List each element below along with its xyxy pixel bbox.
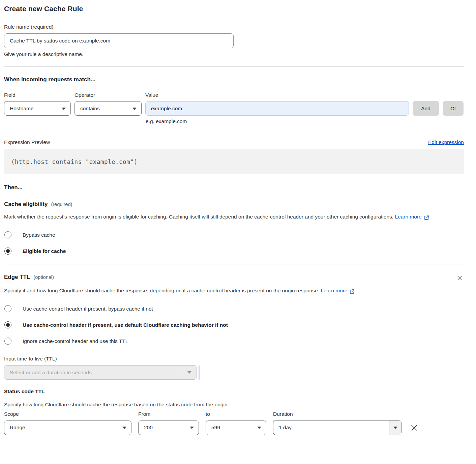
chevron-down-icon xyxy=(393,427,397,429)
from-select[interactable]: 200 xyxy=(138,420,199,435)
value-input[interactable] xyxy=(145,101,409,116)
operator-select[interactable]: contains xyxy=(75,101,142,116)
from-label: From xyxy=(138,411,206,417)
close-icon xyxy=(410,424,418,432)
field-label: Field xyxy=(4,92,71,98)
ttl-duration-select[interactable]: Select or add a duration in seconds xyxy=(4,365,197,380)
operator-label: Operator xyxy=(75,92,142,98)
radio-circle-icon xyxy=(4,305,11,312)
edge-ttl-optional: (optional) xyxy=(33,274,54,280)
radio-circle-icon xyxy=(4,338,11,345)
then-heading: Then... xyxy=(4,184,464,191)
radio-circle-icon xyxy=(4,231,11,238)
learn-more-label: Learn more xyxy=(321,286,347,295)
cache-eligibility-title: Cache eligibility xyxy=(4,201,48,208)
expression-preview-label: Expression Preview xyxy=(4,139,50,145)
chevron-down-icon xyxy=(132,108,137,110)
to-label: to xyxy=(206,411,273,417)
external-link-icon xyxy=(349,289,355,294)
section-divider xyxy=(4,264,464,264)
cache-eligibility-description-text: Mark whether the request’s response from… xyxy=(4,214,393,220)
chevron-down-icon xyxy=(62,108,66,110)
expression-code: (http.host contains "example.com") xyxy=(11,158,138,165)
cache-eligibility-description: Mark whether the request’s response from… xyxy=(4,212,456,222)
radio-bypass-cache[interactable]: Bypass cache xyxy=(4,231,464,238)
radio-edge-ttl-bypass[interactable]: Use cache-control header if present, byp… xyxy=(4,305,464,312)
create-cache-rule-form: Create new Cache Rule Rule name (require… xyxy=(0,0,476,442)
section-divider xyxy=(4,66,464,67)
edge-ttl-close-button[interactable] xyxy=(455,274,464,282)
and-button[interactable]: And xyxy=(413,101,439,116)
edge-ttl-title: Edge TTL xyxy=(4,274,30,281)
chevron-down-icon xyxy=(187,371,191,374)
field-select[interactable]: Hostname xyxy=(4,101,71,116)
match-section-heading: When incoming requests match... xyxy=(4,76,464,83)
focus-accent-line xyxy=(199,365,200,380)
scope-select-value: Range xyxy=(10,425,25,431)
radio-edge-ttl-default[interactable]: Use cache-control header if present, use… xyxy=(4,321,464,328)
radio-circle-checked-icon xyxy=(4,248,11,255)
rule-name-label: Rule name (required) xyxy=(4,24,53,30)
rule-name-input[interactable] xyxy=(4,33,234,48)
chevron-down-icon xyxy=(122,427,126,429)
remove-status-code-row-button[interactable] xyxy=(409,423,419,433)
chevron-down-icon xyxy=(190,427,194,429)
ttl-duration-placeholder: Select or add a duration in seconds xyxy=(4,370,182,376)
learn-more-link[interactable]: Learn more xyxy=(395,212,429,222)
scope-label: Scope xyxy=(4,411,138,417)
to-select[interactable]: 599 xyxy=(206,420,266,435)
external-link-icon xyxy=(424,215,429,221)
duration-select[interactable]: 1 day xyxy=(273,420,401,435)
radio-edge-ttl-default-label: Use cache-control header if present, use… xyxy=(23,322,228,328)
radio-edge-ttl-ignore[interactable]: Ignore cache-control header and use this… xyxy=(4,338,464,345)
edge-ttl-description: Specify if and how long Cloudflare shoul… xyxy=(4,286,456,295)
radio-eligible-for-cache-label: Eligible for cache xyxy=(23,248,66,254)
from-select-value: 200 xyxy=(144,425,153,431)
rule-name-help: Give your rule a descriptive name. xyxy=(4,51,464,57)
learn-more-label: Learn more xyxy=(395,212,421,222)
or-button[interactable]: Or xyxy=(443,101,464,116)
close-icon xyxy=(456,274,463,282)
radio-eligible-for-cache[interactable]: Eligible for cache xyxy=(4,248,464,255)
expression-preview-box: (http.host contains "example.com") xyxy=(4,149,464,174)
ttl-select-chevron-button[interactable] xyxy=(182,366,197,379)
duration-select-value: 1 day xyxy=(273,420,389,435)
value-label: Value xyxy=(145,92,409,98)
scope-select[interactable]: Range xyxy=(4,420,131,435)
radio-circle-checked-icon xyxy=(4,321,11,328)
status-code-ttl-description: Specify how long Cloudflare should cache… xyxy=(4,402,464,408)
edge-ttl-description-text: Specify if and how long Cloudflare shoul… xyxy=(4,288,319,293)
cache-eligibility-required: (required) xyxy=(51,202,72,207)
operator-select-value: contains xyxy=(80,106,100,112)
value-help: e.g. example.com xyxy=(146,118,464,124)
radio-edge-ttl-ignore-label: Ignore cache-control header and use this… xyxy=(23,338,128,344)
ttl-input-label: Input time-to-live (TTL) xyxy=(4,356,464,362)
radio-bypass-cache-label: Bypass cache xyxy=(23,232,55,238)
duration-select-chevron-button[interactable] xyxy=(389,420,401,435)
field-select-value: Hostname xyxy=(10,106,34,112)
learn-more-link[interactable]: Learn more xyxy=(321,286,355,295)
edit-expression-link[interactable]: Edit expression xyxy=(428,139,464,145)
status-code-ttl-title: Status code TTL xyxy=(4,388,464,395)
chevron-down-icon xyxy=(257,427,261,429)
page-title: Create new Cache Rule xyxy=(4,5,464,13)
to-select-value: 599 xyxy=(211,425,220,431)
radio-edge-ttl-bypass-label: Use cache-control header if present, byp… xyxy=(23,306,153,312)
duration-label: Duration xyxy=(273,411,293,417)
